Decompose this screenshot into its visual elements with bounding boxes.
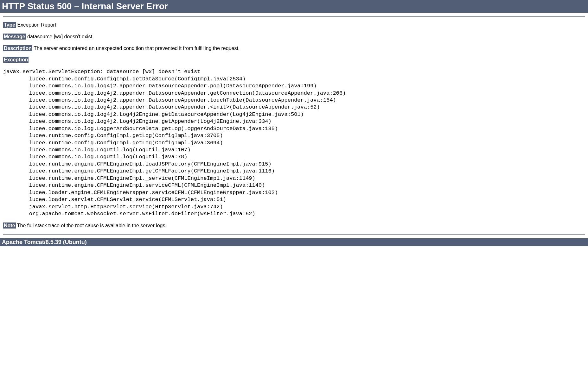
note-value: The full stack trace of the root cause i… xyxy=(16,223,167,228)
description-line: Description The server encountered an un… xyxy=(3,45,585,52)
exception-stack-trace: javax.servlet.ServletException: datasour… xyxy=(3,68,585,217)
server-footer: Apache Tomcat/8.5.39 (Ubuntu) xyxy=(0,238,588,246)
type-label: Type xyxy=(3,22,16,28)
description-label: Description xyxy=(3,45,32,51)
exception-line: Exception xyxy=(3,57,585,63)
note-label: Note xyxy=(3,222,16,229)
page-title: HTTP Status 500 – Internal Server Error xyxy=(0,0,588,13)
exception-label: Exception xyxy=(3,57,29,63)
divider xyxy=(3,16,585,17)
type-line: Type Exception Report xyxy=(3,22,585,28)
message-value: datasource [wx] doesn't exist xyxy=(26,34,92,39)
message-line: Message datasource [wx] doesn't exist xyxy=(3,34,585,40)
type-value: Exception Report xyxy=(16,22,56,28)
message-label: Message xyxy=(3,34,26,40)
divider xyxy=(3,234,585,235)
note-line: Note The full stack trace of the root ca… xyxy=(3,222,585,229)
description-value: The server encountered an unexpected con… xyxy=(32,46,240,51)
